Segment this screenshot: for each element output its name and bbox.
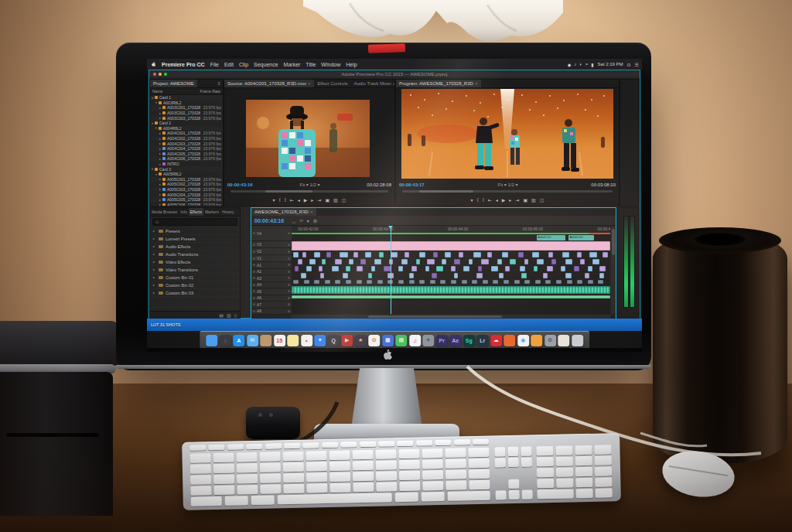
playhead[interactable] xyxy=(391,226,391,314)
source-fit-dropdown[interactable]: Fit xyxy=(299,182,305,187)
timeline-clip[interactable] xyxy=(357,266,362,271)
timeline-clip[interactable] xyxy=(510,259,516,264)
timeline-clip-small[interactable] xyxy=(293,280,299,284)
add-marker-icon[interactable]: ▾ xyxy=(273,197,275,203)
timeline-clip[interactable] xyxy=(603,252,608,257)
delete-icon[interactable]: ▯ xyxy=(234,312,237,318)
effects-folder-video-transitions[interactable]: ▸Video Transitions xyxy=(150,266,240,274)
timeline-clip-small[interactable] xyxy=(440,280,446,284)
tab-source[interactable]: Source: A004C003_170328_R3D.mov✕ xyxy=(224,80,314,87)
timeline-clip[interactable] xyxy=(577,252,582,257)
project-row-a005r8l2[interactable]: ▾A005R8L2 xyxy=(150,172,223,177)
track-header-a1[interactable]: A1 xyxy=(251,262,292,269)
mark-in-icon[interactable]: { xyxy=(477,197,479,202)
timeline-clip[interactable] xyxy=(589,252,596,257)
track-visibility-icon[interactable] xyxy=(288,251,290,253)
timeline-clip[interactable] xyxy=(476,273,483,278)
timeline-clip[interactable] xyxy=(409,273,414,278)
project-row-a003c002-170328[interactable]: ▸A003C002_17032823.976 fps xyxy=(150,111,223,116)
project-row-a005c003-170328[interactable]: ▸A005C003_17032823.976 fps xyxy=(150,187,223,193)
add-marker-icon[interactable]: ▾ xyxy=(307,218,309,223)
track-header-a3[interactable]: A3 xyxy=(251,275,292,282)
notification-center-icon[interactable]: ☰ xyxy=(635,62,639,67)
timeline-clip-small[interactable] xyxy=(377,280,383,284)
tab-media-browser[interactable]: Media Browser xyxy=(150,208,179,216)
effects-folder-video-effects[interactable]: ▸Video Effects xyxy=(150,258,240,266)
disclosure-triangle-icon[interactable]: ▸ xyxy=(153,291,156,295)
add-marker-icon[interactable]: ▾ xyxy=(471,197,473,203)
disclosure-triangle-icon[interactable]: ▸ xyxy=(153,237,156,240)
effects-search-input[interactable]: ⊙ xyxy=(152,218,237,226)
step-forward-icon[interactable]: ▸ xyxy=(509,197,511,203)
disclosure-triangle-icon[interactable]: ▸ xyxy=(153,268,156,271)
timeline-clip-small[interactable] xyxy=(325,280,330,284)
dock-icon-lightroom[interactable]: Lr xyxy=(476,335,488,346)
timeline-clip[interactable] xyxy=(319,266,323,271)
project-row-a005c002-170328[interactable]: ▸A005C002_17032823.976 fps xyxy=(150,182,223,187)
track-lock-icon[interactable] xyxy=(253,257,255,260)
timeline-clip-small[interactable] xyxy=(504,280,509,284)
track-mute-icon[interactable] xyxy=(253,264,255,266)
timeline-clip[interactable] xyxy=(374,259,381,264)
project-row-a004c006-170328[interactable]: ▸A004C006_17032823.976 fps xyxy=(150,156,223,162)
timeline-clip[interactable] xyxy=(580,259,585,264)
dock-icon-numbers[interactable]: ▤ xyxy=(395,335,407,346)
timeline-clip-small[interactable] xyxy=(335,280,340,284)
close-tab-icon[interactable]: ✕ xyxy=(310,210,313,214)
track-header-v3[interactable]: V3 xyxy=(251,241,292,248)
track-solo-icon[interactable] xyxy=(288,297,290,299)
source-resolution-dropdown[interactable]: 1/2 xyxy=(310,182,316,187)
go-to-in-icon[interactable]: ⇤ xyxy=(290,197,294,203)
project-row-a004c002-170328[interactable]: ▸A004C002_17032823.976 fps xyxy=(150,136,223,142)
timeline-clip-small[interactable] xyxy=(514,280,520,284)
battery-icon[interactable]: ▮ xyxy=(591,62,593,67)
linked-selection-icon[interactable]: ∞ xyxy=(299,218,302,223)
timeline-clip-small[interactable] xyxy=(367,280,372,284)
track-mute-icon[interactable] xyxy=(253,284,255,286)
track-solo-icon[interactable] xyxy=(288,310,290,312)
timeline-clip[interactable] xyxy=(391,252,398,257)
snap-icon[interactable]: ◡ xyxy=(292,218,295,223)
timeline-clip[interactable] xyxy=(505,266,510,271)
timeline-clip[interactable] xyxy=(520,266,525,271)
minimize-window-button[interactable] xyxy=(159,73,162,76)
timeline-clip[interactable] xyxy=(335,259,343,264)
timeline-clip[interactable] xyxy=(454,259,460,264)
project-row-card-3[interactable]: ▾Card 3 xyxy=(150,166,223,172)
track-solo-icon[interactable] xyxy=(288,264,290,266)
timeline-clip-small[interactable] xyxy=(462,280,467,284)
timeline-clip[interactable] xyxy=(379,252,383,257)
track-lock-icon[interactable] xyxy=(253,244,255,246)
track-lock-icon[interactable] xyxy=(253,232,255,234)
timeline-clip[interactable] xyxy=(599,266,606,271)
timeline-clip[interactable] xyxy=(585,273,589,278)
tab-effects[interactable]: Effects xyxy=(189,208,203,216)
disclosure-triangle-icon[interactable]: ▸ xyxy=(153,252,156,256)
timeline-clip[interactable] xyxy=(371,266,375,271)
timeline-clip[interactable] xyxy=(320,273,324,278)
timeline-clip[interactable] xyxy=(353,252,358,257)
project-row-a005c001-170328[interactable]: ▸A005C001_17032823.976 fps xyxy=(150,177,223,182)
dock-icon-documents-stack[interactable] xyxy=(558,335,569,346)
timeline-clip[interactable] xyxy=(487,252,492,257)
wifi-icon[interactable]: ≈ xyxy=(585,62,588,67)
source-timecode[interactable]: 00:00:43:16 xyxy=(227,182,253,187)
close-window-button[interactable] xyxy=(153,73,156,76)
track-mute-icon[interactable] xyxy=(253,277,255,279)
timeline-clip[interactable] xyxy=(445,252,452,257)
timeline-clip-labeled[interactable]: A004C14 xyxy=(537,235,565,240)
timeline-clip-small[interactable] xyxy=(304,280,309,284)
timeline-clip[interactable] xyxy=(497,259,502,264)
timeline-clip[interactable] xyxy=(425,266,429,271)
volume-icon[interactable]: ♪ xyxy=(574,62,576,67)
timeline-clip[interactable] xyxy=(543,273,547,278)
dock-icon-safari[interactable]: ✦ xyxy=(314,335,326,346)
timeline-clip[interactable] xyxy=(343,273,348,278)
track-visibility-icon[interactable] xyxy=(288,232,290,234)
overwrite-icon[interactable]: ▥ xyxy=(333,197,338,203)
effects-folder-presets[interactable]: ▸Presets xyxy=(150,227,240,235)
column-frame-rate[interactable]: Frame Rate xyxy=(200,89,220,94)
menu-item-window[interactable]: Window xyxy=(321,62,340,67)
new-custom-bin-icon[interactable]: ▤ xyxy=(219,312,224,318)
timeline-clip-small[interactable] xyxy=(545,280,551,284)
